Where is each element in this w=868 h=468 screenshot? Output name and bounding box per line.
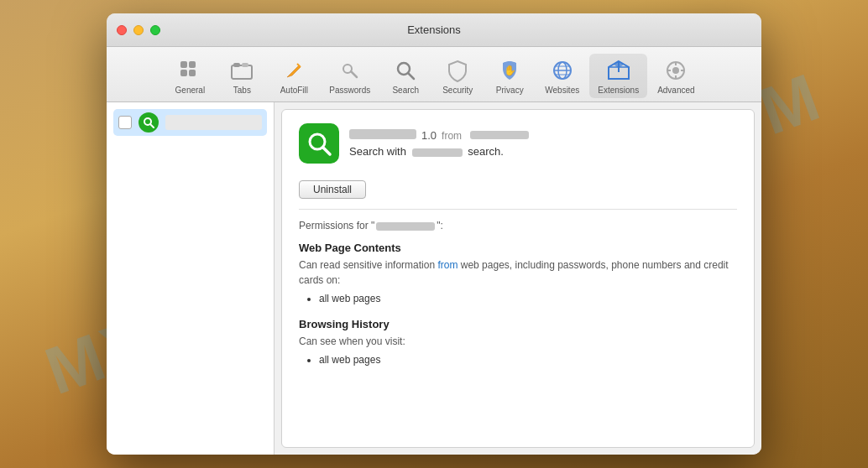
search-icon xyxy=(392,57,419,84)
toolbar-item-search[interactable]: Search xyxy=(380,54,431,98)
general-icon xyxy=(176,57,203,84)
svg-text:✋: ✋ xyxy=(504,64,516,76)
svg-line-29 xyxy=(150,124,154,127)
tabs-icon xyxy=(228,57,255,84)
detail-pane: 1.0 from Search with search. Uninstall xyxy=(281,109,755,448)
svg-rect-2 xyxy=(180,70,187,76)
svg-rect-5 xyxy=(233,63,240,67)
uninstall-button[interactable]: Uninstall xyxy=(299,180,366,199)
svg-rect-3 xyxy=(189,70,196,76)
browsing-history-item: all web pages xyxy=(319,354,737,366)
toolbar-item-websites[interactable]: Websites xyxy=(536,54,588,98)
autofill-icon xyxy=(280,57,307,84)
sidebar-extension-item[interactable] xyxy=(113,109,267,136)
svg-line-11 xyxy=(408,73,414,79)
svg-line-31 xyxy=(323,148,330,154)
toolbar-item-security[interactable]: Security xyxy=(432,54,483,98)
web-page-contents-list: all web pages xyxy=(319,293,737,304)
extension-checkbox[interactable] xyxy=(118,116,132,129)
extension-info: 1.0 from Search with search. xyxy=(349,129,737,158)
browsing-history-desc: Can see when you visit: xyxy=(299,334,737,349)
perm-name-placeholder xyxy=(376,222,435,231)
advanced-label: Advanced xyxy=(657,86,694,95)
toolbar-item-advanced[interactable]: Advanced xyxy=(649,54,703,98)
zoom-button[interactable] xyxy=(150,25,160,35)
extension-from-placeholder xyxy=(470,131,529,139)
passwords-label: Passwords xyxy=(329,86,370,95)
extensions-icon xyxy=(605,57,632,84)
svg-line-9 xyxy=(351,71,357,77)
browsing-history-title: Browsing History xyxy=(299,318,737,330)
advanced-icon xyxy=(662,57,689,84)
extension-list-icon xyxy=(139,112,159,133)
extension-name-placeholder xyxy=(349,129,416,139)
websites-icon xyxy=(549,57,576,84)
toolbar-item-autofill[interactable]: AutoFill xyxy=(269,54,319,98)
toolbar: General Tabs AutoFill xyxy=(107,47,761,102)
permissions-section: Permissions for "": Web Page Contents Ca… xyxy=(299,209,737,366)
toolbar-item-extensions[interactable]: Extensions xyxy=(589,54,647,98)
general-label: General xyxy=(175,86,206,95)
passwords-icon xyxy=(337,57,363,84)
web-page-contents-desc: Can read sensitive information from web … xyxy=(299,257,737,288)
tabs-label: Tabs xyxy=(233,86,251,95)
extension-icon xyxy=(299,123,339,164)
toolbar-item-privacy[interactable]: ✋ Privacy xyxy=(484,54,535,98)
privacy-icon: ✋ xyxy=(496,57,523,84)
minimize-button[interactable] xyxy=(133,25,144,35)
sidebar xyxy=(107,102,275,455)
browsing-history-block: Browsing History Can see when you visit:… xyxy=(299,318,737,366)
toolbar-item-general[interactable]: General xyxy=(165,54,215,98)
security-label: Security xyxy=(442,86,473,95)
svg-rect-6 xyxy=(242,63,248,67)
websites-label: Websites xyxy=(545,86,579,95)
svg-rect-0 xyxy=(180,61,187,68)
extension-title-row: 1.0 from xyxy=(349,129,737,142)
extension-from-label: from xyxy=(442,130,462,142)
titlebar: Extensions xyxy=(107,13,761,47)
search-label: Search xyxy=(392,86,419,95)
extension-description: Search with search. xyxy=(349,145,737,158)
security-icon xyxy=(444,57,471,84)
content-area: 1.0 from Search with search. Uninstall xyxy=(107,102,761,455)
desc-name-placeholder xyxy=(412,148,463,157)
autofill-label: AutoFill xyxy=(280,86,308,95)
uninstall-button-wrapper: Uninstall xyxy=(299,174,737,209)
extension-name-bar xyxy=(165,115,262,130)
traffic-lights xyxy=(117,25,160,35)
privacy-label: Privacy xyxy=(496,86,524,95)
main-window: Extensions General T xyxy=(107,13,761,455)
web-page-contents-title: Web Page Contents xyxy=(299,242,737,254)
svg-rect-4 xyxy=(232,65,252,79)
web-page-contents-item: all web pages xyxy=(319,293,737,304)
window-title: Extensions xyxy=(407,23,461,36)
svg-point-23 xyxy=(672,67,679,74)
web-page-contents-block: Web Page Contents Can read sensitive inf… xyxy=(299,242,737,304)
extension-header: 1.0 from Search with search. xyxy=(299,123,737,164)
toolbar-item-tabs[interactable]: Tabs xyxy=(217,54,267,98)
browsing-history-list: all web pages xyxy=(319,354,737,366)
svg-rect-1 xyxy=(189,61,196,68)
permissions-for-text: Permissions for "": xyxy=(299,220,737,231)
close-button[interactable] xyxy=(117,25,127,35)
extension-version: 1.0 xyxy=(421,129,437,142)
extensions-label: Extensions xyxy=(598,86,639,95)
toolbar-item-passwords[interactable]: Passwords xyxy=(321,54,379,98)
